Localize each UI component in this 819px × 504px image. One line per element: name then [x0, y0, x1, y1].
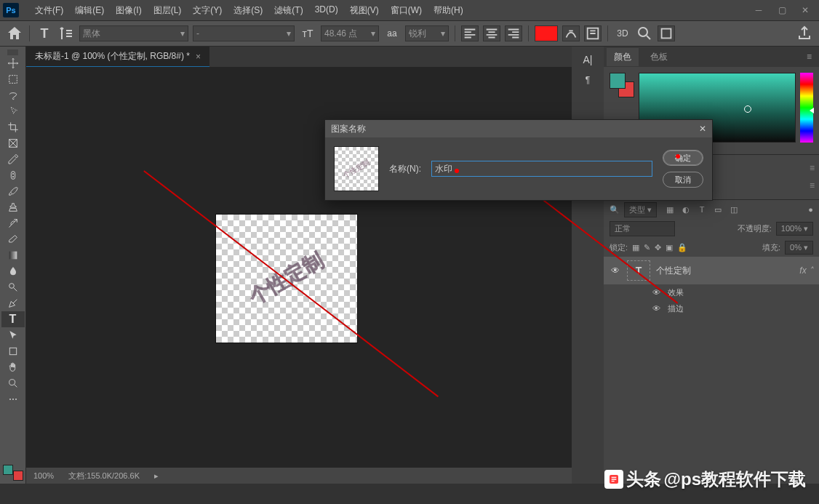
menu-select[interactable]: 选择(S) [228, 3, 268, 18]
panel-menu-icon-2[interactable]: ≡ [810, 163, 815, 173]
font-style-dropdown[interactable]: -▾ [193, 25, 295, 41]
character-panel-icon[interactable]: A| [577, 51, 599, 68]
menu-help[interactable]: 帮助(H) [428, 3, 469, 18]
layer-thumb-type-icon[interactable]: T [627, 260, 650, 281]
layer-filter-dropdown[interactable]: 类型 ▾ [624, 202, 657, 217]
eraser-tool-icon[interactable] [1, 231, 25, 247]
type-tool-selected-icon[interactable]: T [1, 311, 25, 327]
clone-tool-icon[interactable] [1, 199, 25, 215]
fg-bg-colors[interactable] [3, 465, 23, 481]
type-tool-icon[interactable]: T [36, 25, 53, 42]
background-color-swatch[interactable] [13, 471, 23, 481]
antialias-dropdown[interactable]: 锐利▾ [405, 25, 449, 41]
lasso-tool-icon[interactable] [1, 87, 25, 103]
align-right-icon[interactable] [505, 25, 522, 41]
menu-3d[interactable]: 3D(D) [309, 3, 344, 18]
panel-menu-icon-3[interactable]: ≡ [810, 180, 815, 191]
menu-image[interactable]: 图像(I) [110, 3, 147, 18]
dialog-title-bar[interactable]: 图案名称 ✕ [325, 120, 712, 137]
eyedropper-tool-icon[interactable] [1, 151, 25, 167]
fx-label[interactable]: fx ˄ [799, 265, 813, 276]
panel-menu-icon[interactable]: ≡ [802, 52, 816, 62]
lock-transparent-icon[interactable]: ▦ [632, 243, 639, 252]
lock-all-icon[interactable]: 🔒 [677, 243, 687, 252]
font-size-dropdown[interactable]: 48.46 点▾ [321, 25, 379, 41]
filter-pixel-icon[interactable]: ▦ [664, 204, 676, 215]
menu-type[interactable]: 文字(Y) [187, 3, 228, 18]
more-tools-icon[interactable]: ⋯ [1, 391, 25, 407]
move-tool-icon[interactable] [1, 55, 25, 71]
filter-adjust-icon[interactable]: ◐ [680, 204, 692, 215]
zoom-level[interactable]: 100% [33, 471, 54, 480]
history-brush-icon[interactable] [1, 215, 25, 231]
document-tab[interactable]: 未标题-1 @ 100% (个性定制, RGB/8#) * × [26, 47, 209, 67]
3d-text-icon[interactable]: 3D [614, 25, 631, 42]
share-icon[interactable] [796, 25, 813, 42]
close-icon[interactable]: ✕ [794, 3, 816, 17]
search-docs-icon[interactable] [636, 25, 653, 42]
pen-tool-icon[interactable] [1, 295, 25, 311]
brush-tool-icon[interactable] [1, 183, 25, 199]
filter-toggle-icon[interactable]: ● [808, 205, 813, 214]
filter-smart-icon[interactable]: ◫ [728, 204, 740, 215]
opacity-dropdown[interactable]: 100% ▾ [776, 222, 813, 236]
warp-text-icon[interactable] [562, 25, 580, 41]
headline-icon [604, 470, 623, 489]
fg-color[interactable] [610, 73, 626, 89]
menu-window[interactable]: 窗口(W) [385, 3, 428, 18]
lock-move-icon[interactable]: ✥ [655, 243, 661, 252]
hand-tool-icon[interactable] [1, 359, 25, 375]
font-family-dropdown[interactable]: 黑体▾ [79, 25, 188, 41]
crop-tool-icon[interactable] [1, 119, 25, 135]
zoom-tool-icon[interactable] [1, 375, 25, 391]
align-center-icon[interactable] [483, 25, 500, 41]
shape-tool-icon[interactable] [1, 343, 25, 359]
text-orientation-icon[interactable] [57, 25, 75, 42]
screen-mode-icon[interactable] [658, 25, 675, 41]
search-icon[interactable]: 🔍 [610, 205, 620, 215]
menu-layer[interactable]: 图层(L) [148, 3, 188, 18]
close-tab-icon[interactable]: × [196, 52, 201, 62]
lock-paint-icon[interactable]: ✎ [644, 243, 650, 252]
color-fgbg[interactable] [610, 73, 634, 97]
lock-artboard-icon[interactable]: ▣ [666, 243, 673, 252]
filter-type-icon[interactable]: T [696, 204, 708, 215]
swatches-tab[interactable]: 色板 [643, 48, 675, 66]
color-tab[interactable]: 颜色 [607, 48, 639, 66]
visibility-icon[interactable]: 👁 [650, 303, 662, 314]
file-size-info[interactable]: 文档:155.0K/206.6K [68, 471, 140, 481]
align-left-icon[interactable] [461, 25, 479, 41]
blend-mode-dropdown[interactable]: 正常 [610, 221, 675, 236]
paragraph-panel-icon[interactable] [584, 25, 602, 41]
layer-stroke-row[interactable]: 👁 描边 [604, 300, 819, 316]
dodge-tool-icon[interactable] [1, 279, 25, 295]
menu-filter[interactable]: 滤镜(T) [268, 3, 308, 18]
ok-button[interactable]: 确定 [663, 150, 703, 166]
blur-tool-icon[interactable] [1, 263, 25, 279]
gradient-tool-icon[interactable] [1, 247, 25, 263]
minimize-icon[interactable]: ─ [748, 3, 770, 17]
dialog-close-icon[interactable]: ✕ [699, 124, 706, 134]
layer-effects-row[interactable]: 👁 效果 [604, 284, 819, 300]
healing-tool-icon[interactable] [1, 167, 25, 183]
hue-slider[interactable] [800, 73, 813, 143]
paragraph-icon[interactable]: ¶ [577, 71, 599, 89]
text-color-swatch[interactable] [535, 25, 558, 41]
opacity-label: 不透明度: [738, 223, 772, 234]
visibility-icon[interactable]: 👁 [610, 265, 621, 276]
status-caret[interactable]: ▸ [154, 471, 159, 481]
menu-view[interactable]: 视图(V) [344, 3, 385, 18]
frame-tool-icon[interactable] [1, 135, 25, 151]
marquee-tool-icon[interactable] [1, 71, 25, 87]
maximize-icon[interactable]: ▢ [771, 3, 793, 17]
fill-dropdown[interactable]: 0% ▾ [785, 241, 813, 255]
menu-file[interactable]: 文件(F) [29, 3, 69, 18]
name-field[interactable] [431, 161, 652, 177]
quick-select-tool-icon[interactable] [1, 103, 25, 119]
foreground-color-swatch[interactable] [3, 465, 13, 475]
cancel-button[interactable]: 取消 [663, 172, 703, 188]
path-select-tool-icon[interactable] [1, 327, 25, 343]
menu-edit[interactable]: 编辑(E) [69, 3, 110, 18]
filter-shape-icon[interactable]: ▭ [712, 204, 724, 215]
home-icon[interactable] [6, 25, 23, 42]
